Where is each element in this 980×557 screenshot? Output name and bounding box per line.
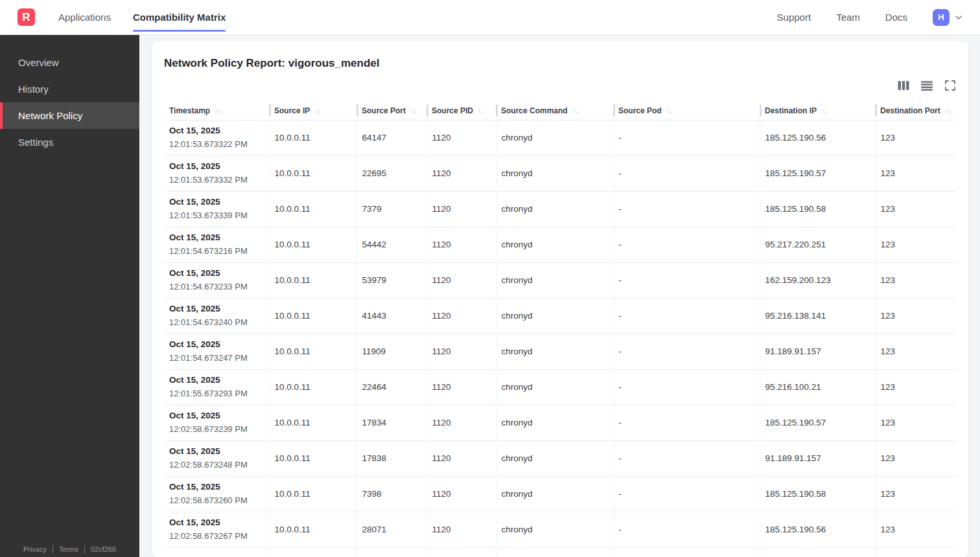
nav-tab-compatibility-matrix[interactable]: Compatibility Matrix [133,0,226,34]
source-pod-cell: - [613,334,760,369]
table-row: Oct 15, 202512:01:53.673339 PM10.0.0.117… [164,191,957,227]
table-row: Oct 15, 202512:01:54.673216 PM10.0.0.115… [164,227,957,262]
column-resize-handle[interactable] [356,104,358,117]
source-pid-cell: 1120 [426,369,496,405]
rows-icon[interactable] [920,79,933,92]
source-ip-cell: 10.0.0.11 [269,334,356,369]
destination-port-cell: 123 [875,334,957,369]
source-pod-cell: - [613,191,760,227]
destination-port-cell: 123 [875,405,957,440]
column-resize-handle[interactable] [426,104,428,117]
sidebar-item-settings[interactable]: Settings [0,129,139,155]
source-command-cell: chronyd [496,512,613,547]
source-pid-cell: 1120 [426,191,496,227]
fullscreen-icon[interactable] [944,79,957,92]
source-port-cell: 41443 [356,298,426,334]
source-command-cell: chronyd [496,476,613,512]
column-label: Destination IP [765,106,817,115]
source-ip-cell: 10.0.0.11 [269,440,356,476]
column-header-source-port[interactable]: Source Port↑↓ [356,102,426,120]
source-ip-cell: 10.0.0.11 [269,262,356,298]
column-header-destination-port[interactable]: Destination Port↑↓ [875,102,957,120]
source-port-cell: 53979 [356,262,426,298]
main-area: Network Policy Report: vigorous_mendel [139,35,980,557]
source-port-cell: 22695 [356,155,426,191]
nav-tabs: ApplicationsCompatibility Matrix [58,0,226,34]
table-header-row: Timestamp↑↓Source IP↑↓Source Port↑↓Sourc… [164,102,957,120]
sidebar-item-history[interactable]: History [0,76,139,102]
sort-icon: ↑↓ [572,107,578,115]
nav-link-docs[interactable]: Docs [885,12,907,23]
column-header-destination-ip[interactable]: Destination IP↑↓ [760,102,875,120]
source-port-cell: 22464 [356,369,426,405]
destination-ip-cell: 95.217.220.251 [760,227,875,262]
column-resize-handle[interactable] [269,104,271,117]
timestamp-cell: Oct 15, 202512:01:54.673240 PM [164,298,269,334]
destination-ip-cell: 185.125.190.57 [760,155,875,191]
timestamp-cell: Oct 15, 202512:01:53.673322 PM [164,120,269,155]
timestamp-cell: Oct 15, 202512:01:54.673247 PM [164,334,269,369]
source-pod-cell: - [613,262,760,298]
table-toolbar [164,79,957,92]
table-row: Oct 15, 2025 [164,547,957,557]
source-pid-cell: 1120 [426,227,496,262]
source-pod-cell: - [613,120,760,155]
source-pod-cell: - [613,476,760,512]
destination-port-cell: 123 [875,120,957,155]
sort-icon: ↑↓ [478,107,484,115]
column-header-source-pod[interactable]: Source Pod↑↓ [613,102,760,120]
destination-port-cell: 123 [875,227,957,262]
avatar: H [933,9,950,26]
column-label: Source Port [362,106,406,115]
column-header-source-ip[interactable]: Source IP↑↓ [269,102,356,120]
destination-ip-cell [760,547,875,557]
source-command-cell: chronyd [496,298,613,334]
source-port-cell: 17834 [356,405,426,440]
source-pid-cell [426,547,496,557]
sort-icon: ↑↓ [821,107,827,115]
column-resize-handle[interactable] [875,104,877,117]
column-label: Destination Port [880,106,940,115]
source-ip-cell: 10.0.0.11 [269,298,356,334]
source-pid-cell: 1120 [426,155,496,191]
destination-port-cell: 123 [875,155,957,191]
user-menu[interactable]: H [933,9,963,26]
column-resize-handle[interactable] [613,104,615,117]
column-label: Source IP [274,106,310,115]
source-pod-cell: - [613,298,760,334]
table-row: Oct 15, 202512:01:55.673293 PM10.0.0.112… [164,369,957,405]
sidebar-item-overview[interactable]: Overview [0,49,139,76]
app-logo[interactable]: R [18,8,35,26]
column-header-timestamp[interactable]: Timestamp↑↓ [164,102,269,120]
column-header-source-pid[interactable]: Source PID↑↓ [426,102,496,120]
destination-port-cell: 123 [875,369,957,405]
footer-link-terms[interactable]: Terms [59,545,78,553]
destination-ip-cell: 95.216.138.141 [760,298,875,334]
sidebar: OverviewHistoryNetwork PolicySettings Pr… [0,35,139,557]
sort-icon: ↑↓ [410,107,416,115]
column-label: Source PID [432,106,473,115]
column-resize-handle[interactable] [496,104,498,117]
source-port-cell: 11909 [356,334,426,369]
network-policy-table: Timestamp↑↓Source IP↑↓Source Port↑↓Sourc… [164,102,957,557]
destination-port-cell: 123 [875,512,957,547]
source-pod-cell: - [613,405,760,440]
nav-tab-applications[interactable]: Applications [58,0,111,34]
source-command-cell: chronyd [496,440,613,476]
source-pod-cell: - [613,369,760,405]
column-header-source-command[interactable]: Source Command↑↓ [496,102,613,120]
source-ip-cell: 10.0.0.11 [269,155,356,191]
footer-divider [84,545,85,553]
destination-ip-cell: 91.189.91.157 [760,334,875,369]
column-resize-handle[interactable] [760,104,762,117]
nav-link-team[interactable]: Team [836,12,860,23]
source-command-cell: chronyd [496,227,613,262]
nav-link-support[interactable]: Support [777,12,811,23]
timestamp-cell: Oct 15, 202512:01:55.673293 PM [164,369,269,405]
source-port-cell: 7398 [356,476,426,512]
footer-link-privacy[interactable]: Privacy [23,545,47,553]
source-pid-cell: 1120 [426,120,496,155]
columns-icon[interactable] [897,79,910,92]
source-pid-cell: 1120 [426,334,496,369]
sidebar-item-network-policy[interactable]: Network Policy [0,102,139,129]
